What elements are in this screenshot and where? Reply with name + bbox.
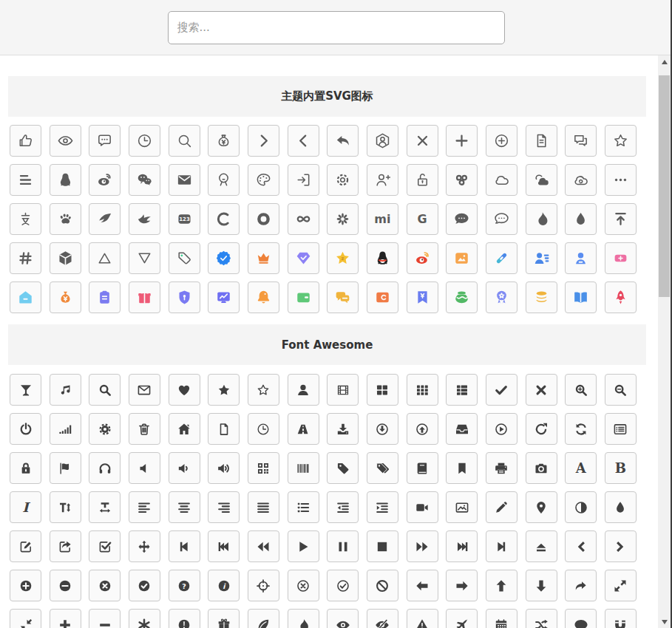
fa-stop-icon[interactable] [367, 530, 398, 562]
fa-arrow-right-icon[interactable] [446, 570, 478, 601]
cloud-sync-icon[interactable] [565, 164, 597, 196]
coins-icon[interactable] [526, 281, 557, 313]
fa-outdent-icon[interactable] [327, 491, 359, 523]
fa-random-icon[interactable] [526, 609, 557, 628]
fa-asterisk-icon[interactable] [129, 609, 160, 628]
cube-3d-icon[interactable] [50, 242, 81, 274]
scrollbar-track[interactable] [658, 68, 671, 615]
fa-video-camera-icon[interactable] [407, 491, 438, 523]
xiaomi-icon[interactable]: mi [367, 203, 398, 235]
gift-icon[interactable] [129, 281, 160, 313]
number-123-icon[interactable] [169, 203, 200, 235]
add-label-icon[interactable] [605, 242, 637, 274]
fa-repeat-icon[interactable] [526, 413, 557, 445]
fa-volume-down-icon[interactable] [169, 452, 200, 484]
follow-list-icon[interactable] [526, 242, 557, 274]
cloud-icon[interactable] [486, 164, 517, 196]
user-minus-icon[interactable] [565, 242, 597, 274]
qzone-star-icon[interactable] [327, 242, 359, 274]
fa-lock-icon[interactable] [10, 452, 41, 484]
fa-flag-icon[interactable] [50, 452, 81, 484]
vip-crown-icon[interactable] [248, 242, 279, 274]
fa-plus-icon[interactable] [50, 609, 81, 628]
add-circle-icon[interactable] [486, 125, 517, 157]
fa-italic-icon[interactable]: I [10, 491, 41, 523]
fa-volume-off-icon[interactable] [129, 452, 160, 484]
fa-arrow-circle-o-down-icon[interactable] [367, 413, 398, 445]
upload-top-icon[interactable] [605, 203, 637, 235]
hot-fire-icon[interactable] [526, 203, 557, 235]
login-icon[interactable] [288, 164, 319, 196]
fa-headphones-icon[interactable] [89, 452, 121, 484]
fa-trash-o-icon[interactable] [129, 413, 160, 445]
hash-icon[interactable] [10, 242, 41, 274]
fa-align-right-icon[interactable] [208, 491, 240, 523]
verified-badge-icon[interactable] [208, 242, 240, 274]
fa-eject-icon[interactable] [526, 530, 557, 562]
fa-compress-icon[interactable] [10, 609, 41, 628]
fa-glass-icon[interactable] [10, 374, 41, 406]
menu-icon[interactable] [10, 164, 41, 196]
fa-pencil-icon[interactable] [486, 491, 517, 523]
fa-th-list-icon[interactable] [446, 374, 478, 406]
cloud-solid-icon[interactable] [526, 164, 557, 196]
data-monitor-icon[interactable] [208, 281, 240, 313]
fa-camera-icon[interactable] [526, 452, 557, 484]
member-icon[interactable] [208, 164, 240, 196]
wing-icon[interactable] [89, 203, 121, 235]
fa-arrow-left-icon[interactable] [407, 570, 438, 601]
fa-plane-icon[interactable] [446, 609, 478, 628]
arrow-left-icon[interactable] [288, 125, 319, 157]
fa-volume-up-icon[interactable] [208, 452, 240, 484]
messages-icon[interactable] [565, 125, 597, 157]
fa-clock-o-icon[interactable] [248, 413, 279, 445]
fa-font-icon[interactable]: A [565, 452, 597, 484]
fa-picture-o-icon[interactable] [446, 491, 478, 523]
fa-backward-icon[interactable] [248, 530, 279, 562]
fa-minus-circle-icon[interactable] [50, 570, 81, 601]
fa-signal-icon[interactable] [50, 413, 81, 445]
fa-qrcode-icon[interactable] [248, 452, 279, 484]
fa-th-icon[interactable] [407, 374, 438, 406]
fa-align-left-icon[interactable] [129, 491, 160, 523]
fa-adjust-icon[interactable] [565, 491, 597, 523]
fa-plus-circle-icon[interactable] [10, 570, 41, 601]
fa-fast-forward-icon[interactable] [446, 530, 478, 562]
fa-times-icon[interactable] [526, 374, 557, 406]
chat-bubbles-icon[interactable] [327, 281, 359, 313]
theme-palette-icon[interactable] [248, 164, 279, 196]
scroll-up-button[interactable] [658, 55, 671, 68]
fa-search-minus-icon[interactable] [605, 374, 637, 406]
gem-icon[interactable] [288, 242, 319, 274]
fa-list-icon[interactable] [288, 491, 319, 523]
fa-inbox-icon[interactable] [446, 413, 478, 445]
fa-exclamation-triangle-icon[interactable] [407, 609, 438, 628]
infinity-cloud-icon[interactable] [288, 203, 319, 235]
fa-arrow-circle-o-up-icon[interactable] [407, 413, 438, 445]
cluster-icon[interactable] [446, 164, 478, 196]
fa-book-icon[interactable] [407, 452, 438, 484]
google-g-icon[interactable]: G [407, 203, 438, 235]
fa-align-justify-icon[interactable] [248, 491, 279, 523]
huawei-icon[interactable] [327, 203, 359, 235]
fa-leaf-icon[interactable] [248, 609, 279, 628]
settings-gear-icon[interactable] [327, 164, 359, 196]
fa-search-icon[interactable] [89, 374, 121, 406]
fa-times-circle-icon[interactable] [89, 570, 121, 601]
link-chain-icon[interactable] [486, 242, 517, 274]
qq-colored-icon[interactable] [367, 242, 398, 274]
search-icon[interactable] [169, 125, 200, 157]
record-ring-icon[interactable] [248, 203, 279, 235]
reply-icon[interactable] [327, 125, 359, 157]
fa-fast-backward-icon[interactable] [208, 530, 240, 562]
fa-calendar-icon[interactable] [486, 609, 517, 628]
close-icon[interactable] [407, 125, 438, 157]
fa-tag-icon[interactable] [327, 452, 359, 484]
fa-star-icon[interactable] [208, 374, 240, 406]
fa-bold-icon[interactable]: B [605, 452, 637, 484]
fa-heart-icon[interactable] [169, 374, 200, 406]
reading-book-icon[interactable] [565, 281, 597, 313]
fa-power-off-icon[interactable] [10, 413, 41, 445]
scrollbar[interactable] [658, 55, 671, 628]
flame-drop-icon[interactable] [565, 203, 597, 235]
